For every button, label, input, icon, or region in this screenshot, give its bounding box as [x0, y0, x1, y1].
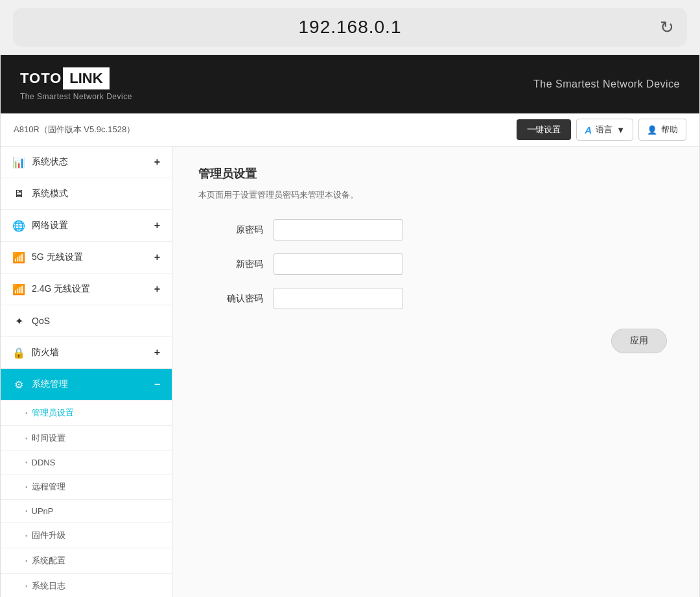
address-bar: 192.168.0.1 ↻ [13, 8, 687, 47]
sidebar: 📊 系统状态 + 🖥 系统模式 🌐 网络设置 + [1, 146, 172, 597]
new-password-label: 新密码 [198, 259, 263, 270]
logo-toto: TOTO [20, 70, 62, 87]
sidebar-item-firewall[interactable]: 🔒 防火墙 + [1, 337, 172, 369]
logo-link: LINK [63, 67, 109, 89]
expand-icon: + [154, 156, 160, 168]
toolbar-buttons: 一键设置 A 语言 ▼ 👤 帮助 [517, 119, 686, 141]
lang-a-icon: A [585, 124, 592, 135]
quickset-button[interactable]: 一键设置 [517, 119, 571, 140]
new-password-input[interactable] [274, 253, 403, 275]
system-manage-icon: ⚙ [12, 378, 25, 391]
sidebar-item-system-status[interactable]: 📊 系统状态 + [1, 146, 172, 178]
sys-config-label: 系统配置 [32, 555, 65, 567]
expand-firewall-icon: + [154, 347, 160, 358]
logo-area: TOTO LINK The Smartest Network Device [20, 67, 132, 101]
expand-network-icon: + [154, 220, 160, 231]
qos-icon: ✦ [12, 314, 25, 327]
reload-button[interactable]: ↻ [660, 18, 674, 38]
confirm-password-row: 确认密码 [198, 288, 673, 309]
upnp-label: UPnP [32, 506, 54, 516]
network-settings-label: 网络设置 [32, 220, 68, 231]
sys-log-label: 系统日志 [32, 580, 65, 592]
sidebar-item-system-manage[interactable]: ⚙ 系统管理 − [1, 369, 172, 401]
toolbar: A810R（固件版本 V5.9c.1528） 一键设置 A 语言 ▼ 👤 帮助 [1, 113, 699, 146]
header-tagline: The Smartest Network Device [533, 78, 680, 90]
new-password-row: 新密码 [198, 253, 673, 275]
logo-tagline: The Smartest Network Device [20, 92, 132, 101]
apply-row: 应用 [198, 329, 673, 353]
system-mode-label: 系统模式 [32, 188, 68, 200]
firmware-upgrade-label: 固件升级 [32, 530, 65, 541]
system-mode-icon: 🖥 [12, 187, 25, 200]
lang-label: 语言 [596, 124, 612, 135]
url-display[interactable]: 192.168.0.1 [299, 17, 402, 38]
time-settings-label: 时间设置 [32, 432, 65, 444]
submenu-item-admin-settings[interactable]: • 管理员设置 [1, 401, 172, 426]
ddns-label: DDNS [32, 458, 56, 467]
firewall-icon: 🔒 [12, 346, 25, 359]
sidebar-item-wifi-24g[interactable]: 📶 2.4G 无线设置 + [1, 274, 172, 305]
section-description: 本页面用于设置管理员密码来管理本设备。 [198, 189, 673, 201]
help-button[interactable]: 👤 帮助 [638, 119, 686, 141]
lang-arrow-icon: ▼ [616, 125, 625, 135]
firewall-label: 防火墙 [32, 347, 59, 358]
sidebar-item-system-mode[interactable]: 🖥 系统模式 [1, 178, 172, 210]
submenu-dot-icon: • [25, 508, 28, 515]
wifi-5g-icon: 📶 [12, 251, 25, 264]
submenu-item-time-settings[interactable]: • 时间设置 [1, 426, 172, 451]
wifi-24g-label: 2.4G 无线设置 [32, 283, 90, 295]
section-title: 管理员设置 [198, 166, 673, 181]
wifi-5g-label: 5G 无线设置 [32, 252, 83, 263]
submenu-dot-icon: • [25, 484, 28, 491]
submenu-dot-icon: • [25, 557, 28, 565]
submenu-item-sys-config[interactable]: • 系统配置 [1, 548, 172, 574]
submenu-item-sys-log[interactable]: • 系统日志 [1, 574, 172, 597]
content-area: 管理员设置 本页面用于设置管理员密码来管理本设备。 原密码 新密码 确认密码 应… [172, 146, 699, 597]
remote-manage-label: 远程管理 [32, 481, 65, 493]
submenu-item-remote-manage[interactable]: • 远程管理 [1, 474, 172, 500]
system-manage-label: 系统管理 [32, 379, 68, 390]
system-status-label: 系统状态 [32, 156, 68, 168]
expand-wifi5g-icon: + [154, 252, 160, 263]
old-password-label: 原密码 [198, 224, 263, 236]
submenu-dot-icon: • [25, 532, 28, 539]
wifi-24g-icon: 📶 [12, 283, 25, 296]
old-password-row: 原密码 [198, 219, 673, 240]
old-password-input[interactable] [274, 219, 403, 240]
network-settings-icon: 🌐 [12, 219, 25, 232]
sidebar-item-qos[interactable]: ✦ QoS [1, 305, 172, 337]
router-ui: TOTO LINK The Smartest Network Device Th… [0, 54, 700, 597]
sidebar-item-wifi-5g[interactable]: 📶 5G 无线设置 + [1, 242, 172, 274]
submenu-dot-icon: • [25, 583, 28, 590]
submenu-dot-icon: • [25, 410, 28, 417]
submenu-item-ddns[interactable]: • DDNS [1, 451, 172, 474]
sidebar-item-network-settings[interactable]: 🌐 网络设置 + [1, 210, 172, 242]
collapse-system-manage-icon: − [154, 379, 160, 390]
device-info: A810R（固件版本 V5.9c.1528） [14, 124, 135, 135]
main-layout: 📊 系统状态 + 🖥 系统模式 🌐 网络设置 + [1, 146, 699, 597]
submenu-dot-icon: • [25, 435, 28, 442]
help-label: 帮助 [661, 124, 678, 135]
submenu-item-upnp[interactable]: • UPnP [1, 500, 172, 523]
qos-label: QoS [32, 316, 50, 326]
confirm-password-label: 确认密码 [198, 293, 263, 305]
submenu-dot-icon: • [25, 459, 28, 466]
confirm-password-input[interactable] [274, 288, 403, 309]
header: TOTO LINK The Smartest Network Device Th… [1, 55, 699, 113]
logo-box: TOTO LINK [20, 67, 110, 89]
submenu-item-firmware-upgrade[interactable]: • 固件升级 [1, 523, 172, 548]
admin-settings-label: 管理员设置 [32, 407, 74, 419]
expand-wifi24g-icon: + [154, 283, 160, 295]
language-button[interactable]: A 语言 ▼ [576, 119, 633, 141]
help-icon: 👤 [647, 125, 657, 135]
system-status-icon: 📊 [12, 156, 25, 169]
apply-button[interactable]: 应用 [611, 329, 667, 353]
